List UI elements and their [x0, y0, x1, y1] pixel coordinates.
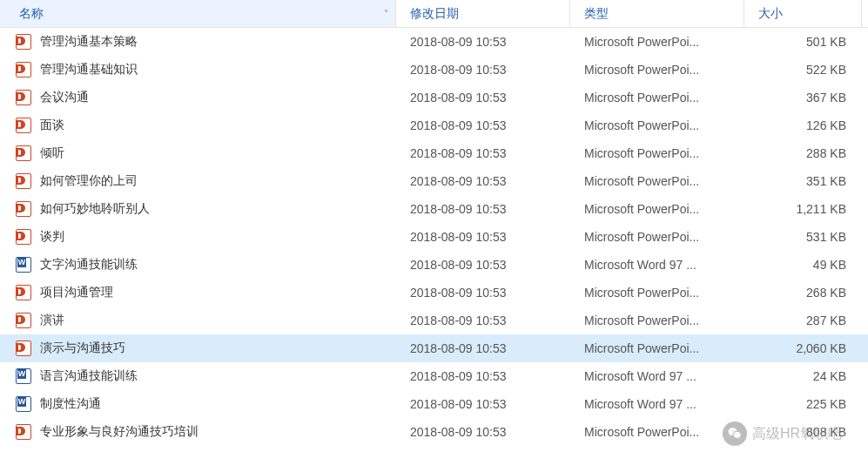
file-date-cell: 2018-08-09 10:53 [396, 146, 570, 160]
file-name-label: 如何巧妙地聆听别人 [40, 201, 150, 217]
file-name-cell: 管理沟通基础知识 [0, 62, 396, 78]
file-row[interactable]: 管理沟通基础知识2018-08-09 10:53Microsoft PowerP… [0, 56, 868, 84]
file-row[interactable]: 语言沟通技能训练2018-08-09 10:53Microsoft Word 9… [0, 362, 868, 390]
file-type-cell: Microsoft PowerPoi... [570, 202, 744, 216]
file-size-cell: 1,211 KB [744, 202, 862, 216]
file-size-cell: 49 KB [744, 258, 862, 272]
file-type-cell: Microsoft PowerPoi... [570, 91, 744, 105]
file-name-label: 演讲 [40, 313, 64, 328]
file-rows-container: 管理沟通基本策略2018-08-09 10:53Microsoft PowerP… [0, 28, 868, 446]
file-size-cell: 225 KB [744, 397, 862, 411]
file-row[interactable]: 专业形象与良好沟通技巧培训2018-08-09 10:53Microsoft P… [0, 418, 868, 446]
powerpoint-file-icon [16, 341, 31, 356]
file-name-label: 如何管理你的上司 [40, 173, 138, 189]
file-type-cell: Microsoft PowerPoi... [570, 425, 744, 439]
file-row[interactable]: 演示与沟通技巧2018-08-09 10:53Microsoft PowerPo… [0, 334, 868, 362]
file-type-cell: Microsoft Word 97 ... [570, 369, 744, 383]
file-date-cell: 2018-08-09 10:53 [396, 174, 570, 188]
file-type-cell: Microsoft PowerPoi... [570, 63, 744, 77]
file-row[interactable]: 如何管理你的上司2018-08-09 10:53Microsoft PowerP… [0, 167, 868, 195]
column-header-type[interactable]: 类型 [570, 0, 744, 27]
file-row[interactable]: 会议沟通2018-08-09 10:53Microsoft PowerPoi..… [0, 84, 868, 111]
file-name-cell: 演讲 [0, 313, 396, 328]
file-name-cell: 如何巧妙地聆听别人 [0, 201, 396, 217]
file-row[interactable]: 制度性沟通2018-08-09 10:53Microsoft Word 97 .… [0, 390, 868, 418]
column-header-date[interactable]: 修改日期 [396, 0, 570, 27]
file-name-label: 制度性沟通 [40, 396, 101, 412]
file-date-cell: 2018-08-09 10:53 [396, 63, 570, 77]
powerpoint-file-icon [16, 145, 31, 161]
word-file-icon [16, 396, 31, 412]
sort-arrow-icon: ˅ [384, 9, 388, 18]
powerpoint-file-icon [16, 173, 31, 189]
file-name-cell: 面谈 [0, 118, 396, 133]
column-header-size[interactable]: 大小 [744, 0, 862, 27]
column-header-date-label: 修改日期 [410, 6, 459, 22]
file-size-cell: 367 KB [744, 91, 862, 105]
column-header-row: 名称 ˅ 修改日期 类型 大小 [0, 0, 868, 28]
file-type-cell: Microsoft Word 97 ... [570, 397, 744, 411]
file-row[interactable]: 倾听2018-08-09 10:53Microsoft PowerPoi...2… [0, 139, 868, 167]
file-size-cell: 24 KB [744, 369, 862, 383]
file-size-cell: 288 KB [744, 146, 862, 160]
file-name-cell: 会议沟通 [0, 90, 396, 105]
file-type-cell: Microsoft PowerPoi... [570, 230, 744, 244]
powerpoint-file-icon [16, 201, 31, 217]
powerpoint-file-icon [16, 118, 31, 133]
file-name-cell: 专业形象与良好沟通技巧培训 [0, 424, 396, 440]
file-row[interactable]: 演讲2018-08-09 10:53Microsoft PowerPoi...2… [0, 307, 868, 334]
powerpoint-file-icon [16, 34, 31, 50]
file-date-cell: 2018-08-09 10:53 [396, 118, 570, 132]
file-date-cell: 2018-08-09 10:53 [396, 397, 570, 411]
column-header-size-label: 大小 [758, 6, 783, 22]
file-size-cell: 268 KB [744, 286, 862, 300]
word-file-icon [16, 368, 31, 384]
file-row[interactable]: 谈判2018-08-09 10:53Microsoft PowerPoi...5… [0, 223, 868, 251]
file-row[interactable]: 管理沟通基本策略2018-08-09 10:53Microsoft PowerP… [0, 28, 868, 56]
file-row[interactable]: 如何巧妙地聆听别人2018-08-09 10:53Microsoft Power… [0, 195, 868, 223]
powerpoint-file-icon [16, 424, 31, 440]
file-size-cell: 501 KB [744, 35, 862, 49]
file-date-cell: 2018-08-09 10:53 [396, 369, 570, 383]
file-type-cell: Microsoft PowerPoi... [570, 35, 744, 49]
word-file-icon [16, 257, 31, 273]
powerpoint-file-icon [16, 229, 31, 245]
file-date-cell: 2018-08-09 10:53 [396, 91, 570, 105]
file-type-cell: Microsoft PowerPoi... [570, 341, 744, 355]
file-name-label: 专业形象与良好沟通技巧培训 [40, 424, 198, 440]
file-name-label: 项目沟通管理 [40, 285, 113, 300]
file-size-cell: 531 KB [744, 230, 862, 244]
file-type-cell: Microsoft PowerPoi... [570, 146, 744, 160]
file-row[interactable]: 文字沟通技能训练2018-08-09 10:53Microsoft Word 9… [0, 251, 868, 279]
file-name-cell: 管理沟通基本策略 [0, 34, 396, 50]
file-date-cell: 2018-08-09 10:53 [396, 230, 570, 244]
powerpoint-file-icon [16, 285, 31, 300]
file-size-cell: 522 KB [744, 63, 862, 77]
file-date-cell: 2018-08-09 10:53 [396, 258, 570, 272]
file-date-cell: 2018-08-09 10:53 [396, 35, 570, 49]
file-type-cell: Microsoft PowerPoi... [570, 118, 744, 132]
file-name-cell: 倾听 [0, 145, 396, 161]
column-header-name-label: 名称 [19, 6, 44, 22]
file-type-cell: Microsoft PowerPoi... [570, 174, 744, 188]
file-name-label: 会议沟通 [40, 90, 89, 105]
file-size-cell: 287 KB [744, 314, 862, 327]
file-name-label: 语言沟通技能训练 [40, 368, 138, 384]
file-name-label: 谈判 [40, 229, 64, 245]
column-header-name[interactable]: 名称 ˅ [0, 0, 396, 27]
file-date-cell: 2018-08-09 10:53 [396, 286, 570, 300]
file-name-cell: 项目沟通管理 [0, 285, 396, 300]
file-name-cell: 谈判 [0, 229, 396, 245]
file-name-label: 管理沟通基础知识 [40, 62, 138, 78]
file-date-cell: 2018-08-09 10:53 [396, 425, 570, 439]
file-date-cell: 2018-08-09 10:53 [396, 202, 570, 216]
file-row[interactable]: 项目沟通管理2018-08-09 10:53Microsoft PowerPoi… [0, 279, 868, 307]
file-type-cell: Microsoft PowerPoi... [570, 286, 744, 300]
file-row[interactable]: 面谈2018-08-09 10:53Microsoft PowerPoi...1… [0, 111, 868, 139]
file-name-cell: 语言沟通技能训练 [0, 368, 396, 384]
file-name-label: 文字沟通技能训练 [40, 257, 138, 273]
file-type-cell: Microsoft PowerPoi... [570, 314, 744, 327]
file-name-label: 演示与沟通技巧 [40, 341, 125, 356]
powerpoint-file-icon [16, 90, 31, 105]
file-date-cell: 2018-08-09 10:53 [396, 314, 570, 327]
